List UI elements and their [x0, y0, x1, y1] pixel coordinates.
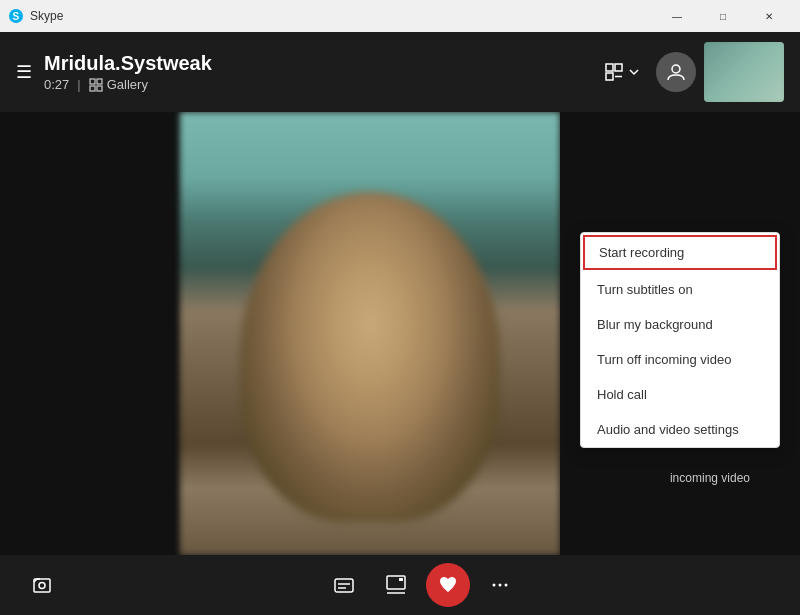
toolbar-center — [322, 563, 522, 607]
svg-text:S: S — [13, 11, 20, 22]
svg-rect-7 — [615, 64, 622, 71]
captions-icon — [333, 574, 355, 596]
title-bar-left: S Skype — [8, 8, 63, 24]
svg-point-9 — [672, 65, 680, 73]
separator: | — [77, 77, 80, 92]
menu-item-turn-subtitles-on[interactable]: Turn subtitles on — [581, 272, 779, 307]
menu-item-turn-off-incoming-video[interactable]: Turn off incoming video — [581, 342, 779, 377]
call-meta: 0:27 | Gallery — [44, 77, 212, 92]
layout-icon — [604, 62, 624, 82]
gallery-icon — [89, 78, 103, 92]
menu-item-start-recording[interactable]: Start recording — [583, 235, 777, 270]
close-button[interactable]: ✕ — [746, 0, 792, 32]
call-area: ☰ Mridula.Systweak 0:27 | Gallery — [0, 32, 800, 615]
gallery-button[interactable]: Gallery — [89, 77, 148, 92]
svg-point-20 — [505, 584, 508, 587]
main-video-face — [240, 192, 500, 522]
more-icon — [489, 574, 511, 596]
call-timer: 0:27 — [44, 77, 69, 92]
switch-view-button[interactable] — [374, 563, 418, 607]
layout-chevron-icon — [628, 66, 640, 78]
title-bar-controls: — □ ✕ — [654, 0, 792, 32]
svg-point-18 — [493, 584, 496, 587]
heart-button[interactable] — [426, 563, 470, 607]
thumbnail-video — [704, 42, 784, 102]
title-bar: S Skype — □ ✕ — [0, 0, 800, 32]
left-black-bar — [0, 112, 180, 555]
layout-button[interactable] — [596, 58, 648, 86]
app-title: Skype — [30, 9, 63, 23]
incoming-video-label: incoming video — [670, 471, 750, 485]
svg-rect-3 — [97, 79, 102, 84]
call-toolbar — [0, 555, 800, 615]
svg-rect-8 — [606, 73, 613, 80]
svg-rect-16 — [399, 578, 403, 581]
svg-rect-10 — [34, 579, 50, 592]
menu-item-hold-call[interactable]: Hold call — [581, 377, 779, 412]
switch-icon — [385, 574, 407, 596]
hamburger-icon[interactable]: ☰ — [16, 61, 32, 83]
screenshot-icon — [31, 574, 53, 596]
caller-name: Mridula.Systweak — [44, 52, 212, 75]
video-content: Start recordingTurn subtitles onBlur my … — [0, 112, 800, 555]
right-black-bar: Start recordingTurn subtitles onBlur my … — [560, 112, 800, 555]
call-header: ☰ Mridula.Systweak 0:27 | Gallery — [0, 32, 800, 112]
skype-icon: S — [8, 8, 24, 24]
svg-rect-5 — [97, 86, 102, 91]
maximize-button[interactable]: □ — [700, 0, 746, 32]
minimize-button[interactable]: — — [654, 0, 700, 32]
menu-item-audio-and-video-settings[interactable]: Audio and video settings — [581, 412, 779, 447]
svg-rect-12 — [335, 579, 353, 592]
menu-item-blur-my-background[interactable]: Blur my background — [581, 307, 779, 342]
context-menu: Start recordingTurn subtitles onBlur my … — [580, 232, 780, 448]
svg-rect-15 — [387, 576, 405, 589]
more-button[interactable] — [478, 563, 522, 607]
captions-button[interactable] — [322, 563, 366, 607]
toolbar-left — [20, 563, 64, 607]
svg-rect-2 — [90, 79, 95, 84]
screenshot-button[interactable] — [20, 563, 64, 607]
heart-icon — [437, 574, 459, 596]
svg-rect-6 — [606, 64, 613, 71]
svg-rect-4 — [90, 86, 95, 91]
header-right — [596, 42, 784, 102]
person-icon — [666, 62, 686, 82]
svg-point-19 — [499, 584, 502, 587]
caller-info: Mridula.Systweak 0:27 | Gallery — [44, 52, 212, 92]
svg-point-11 — [39, 583, 45, 589]
add-person-button[interactable] — [656, 52, 696, 92]
header-left: ☰ Mridula.Systweak 0:27 | Gallery — [16, 52, 212, 92]
gallery-label: Gallery — [107, 77, 148, 92]
